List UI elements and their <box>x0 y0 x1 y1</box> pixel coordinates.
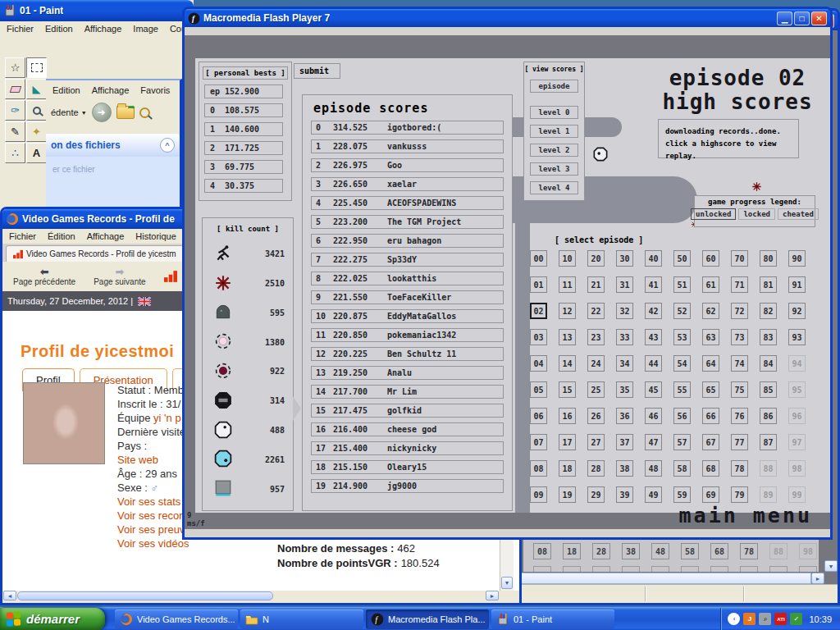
taskbar-task-flash[interactable]: fMacromedia Flash Pla... <box>366 609 489 629</box>
episode-cell-20[interactable]: 20 <box>587 250 605 267</box>
episode-cell-97[interactable]: 97 <box>788 434 806 450</box>
episode-cell-22[interactable]: 22 <box>587 303 605 319</box>
highscore-row[interactable]: 16216.400cheese_god <box>311 422 504 436</box>
magnifier-tray-icon[interactable]: ⌕ <box>759 613 771 625</box>
profile-link[interactable]: yi 'n p <box>153 412 181 424</box>
menu-item[interactable]: Edition <box>45 24 73 34</box>
episode-cell-91[interactable]: 91 <box>788 276 806 293</box>
view-scores-button-level-2[interactable]: level 2 <box>530 144 578 157</box>
episode-cell-96[interactable]: 96 <box>788 408 806 424</box>
brush-tool-icon[interactable]: ✦ <box>26 121 47 142</box>
menu-item[interactable]: Fichier <box>9 231 36 241</box>
episode-cell-95[interactable]: 95 <box>788 381 806 398</box>
episode-cell-40[interactable]: 40 <box>645 250 662 267</box>
view-scores-button-level-3[interactable]: level 3 <box>530 162 578 176</box>
episode-cell-16[interactable]: 16 <box>559 408 576 424</box>
highscore-row[interactable]: 18215.150Oleary15 <box>311 460 504 474</box>
episode-cell-64[interactable]: 64 <box>702 355 719 372</box>
paint-titlebar[interactable]: 01 - Paint <box>0 0 194 21</box>
bg-episode-cell-88[interactable]: 88 <box>769 543 788 559</box>
highscore-row[interactable]: 1228.075vankusss <box>311 139 504 153</box>
episode-cell-78[interactable]: 78 <box>731 460 748 477</box>
episode-cell-90[interactable]: 90 <box>788 250 806 267</box>
episode-cell-70[interactable]: 70 <box>731 250 748 267</box>
episode-cell-55[interactable]: 55 <box>673 381 691 398</box>
highscore-row[interactable]: 19214.900jg9000 <box>311 479 504 493</box>
episode-cell-32[interactable]: 32 <box>616 303 633 319</box>
firefox-tab[interactable]: Video Games Records - Profil de yicestm <box>6 245 184 262</box>
menu-item[interactable]: Affichage <box>84 24 122 34</box>
episode-cell-03[interactable]: 03 <box>530 329 547 345</box>
minimize-icon[interactable]: ▁ <box>777 11 792 25</box>
pencil-tool-icon[interactable]: ✎ <box>5 121 25 142</box>
episode-cell-37[interactable]: 37 <box>616 434 633 450</box>
episode-cell-08[interactable]: 08 <box>530 460 547 477</box>
episode-cell-25[interactable]: 25 <box>587 381 605 398</box>
horizontal-scrollbar[interactable] <box>521 573 811 584</box>
episode-cell-65[interactable]: 65 <box>702 381 719 398</box>
scroll-left-button[interactable]: ◄ <box>3 591 16 600</box>
episode-cell-31[interactable]: 31 <box>616 276 633 293</box>
episode-cell-09[interactable]: 09 <box>530 486 547 503</box>
episode-cell-18[interactable]: 18 <box>559 460 576 477</box>
episode-cell-26[interactable]: 26 <box>587 408 605 424</box>
episode-cell-58[interactable]: 58 <box>673 460 691 477</box>
bg-episode-cell-78[interactable]: 78 <box>740 543 758 559</box>
episode-cell-82[interactable]: 82 <box>760 303 777 319</box>
highscore-row[interactable]: 3226.650xaelar <box>311 177 504 191</box>
episode-cell-49[interactable]: 49 <box>645 486 662 503</box>
episode-cell-11[interactable]: 11 <box>559 276 576 293</box>
menu-item[interactable]: Historique <box>135 231 176 241</box>
episode-cell-81[interactable]: 81 <box>760 276 777 293</box>
menu-item[interactable]: Affichage <box>87 231 125 241</box>
bg-episode-cell-58[interactable]: 58 <box>681 543 699 559</box>
menu-item[interactable]: Fichier <box>7 24 34 34</box>
episode-cell-83[interactable]: 83 <box>760 329 777 345</box>
episode-cell-07[interactable]: 07 <box>530 434 547 450</box>
chevron-up-icon[interactable]: ^ <box>160 138 175 153</box>
profile-link[interactable]: Voir ses vidéos <box>117 537 189 550</box>
submit-button[interactable]: submit <box>294 63 340 79</box>
episode-cell-53[interactable]: 53 <box>673 329 691 345</box>
episode-cell-68[interactable]: 68 <box>702 460 719 477</box>
episode-cell-80[interactable]: 80 <box>760 250 777 267</box>
freeform-select-tool-icon[interactable]: ☆ <box>5 57 25 78</box>
episode-cell-12[interactable]: 12 <box>559 303 576 319</box>
episode-cell-71[interactable]: 71 <box>731 276 748 293</box>
episode-cell-93[interactable]: 93 <box>788 329 806 345</box>
text-tool-icon[interactable]: A <box>26 143 47 163</box>
scroll-right-button[interactable]: ► <box>486 591 499 600</box>
panel-handle-icon[interactable] <box>293 396 301 421</box>
episode-cell-84[interactable]: 84 <box>760 355 777 372</box>
bg-episode-cell-18[interactable]: 18 <box>563 543 581 559</box>
hide-icons-chevron-icon[interactable]: ‹ <box>728 613 740 625</box>
highscore-row[interactable]: 4225.450ACEOFSPADEWINS <box>311 196 504 210</box>
scroll-down-button[interactable]: ▼ <box>824 560 838 572</box>
ati-tray-icon[interactable]: ATI <box>774 613 787 625</box>
episode-cell-48[interactable]: 48 <box>645 460 662 477</box>
highscore-row[interactable]: 11220.850pokemaniac1342 <box>311 328 504 342</box>
highscore-row[interactable]: 15217.475golfkid <box>311 404 504 418</box>
episode-cell-62[interactable]: 62 <box>702 303 719 319</box>
explorer-forward-button[interactable]: ➜ <box>92 103 112 122</box>
episode-cell-30[interactable]: 30 <box>616 250 633 267</box>
episode-cell-21[interactable]: 21 <box>587 276 605 293</box>
device-tray-icon[interactable]: ✓ <box>790 613 802 625</box>
episode-cell-54[interactable]: 54 <box>673 355 691 372</box>
scrollbar-thumb[interactable] <box>17 591 273 600</box>
taskbar-task-paint[interactable]: 01 - Paint <box>491 609 614 629</box>
episode-cell-14[interactable]: 14 <box>559 355 576 372</box>
folder-up-icon[interactable] <box>116 106 135 119</box>
highscore-row[interactable]: 5223.200The_TGM_Project <box>311 215 504 229</box>
explorer-task-panel-header[interactable]: on des fichiers ^ <box>46 134 180 157</box>
vgr-home-button[interactable] <box>157 263 185 290</box>
episode-cell-29[interactable]: 29 <box>587 486 605 503</box>
highscore-row[interactable]: 9221.550ToeFaceKiller <box>311 290 504 304</box>
menu-item[interactable]: Favoris <box>140 85 170 95</box>
episode-cell-74[interactable]: 74 <box>731 355 748 372</box>
taskbar-task-folder[interactable]: N <box>240 609 363 629</box>
episode-cell-04[interactable]: 04 <box>530 355 547 372</box>
taskbar-task-firefox[interactable]: Video Games Records... <box>115 609 238 629</box>
bg-episode-cell-98[interactable]: 98 <box>799 543 817 559</box>
highscore-row[interactable]: 14217.700Mr_Lim <box>311 385 504 399</box>
